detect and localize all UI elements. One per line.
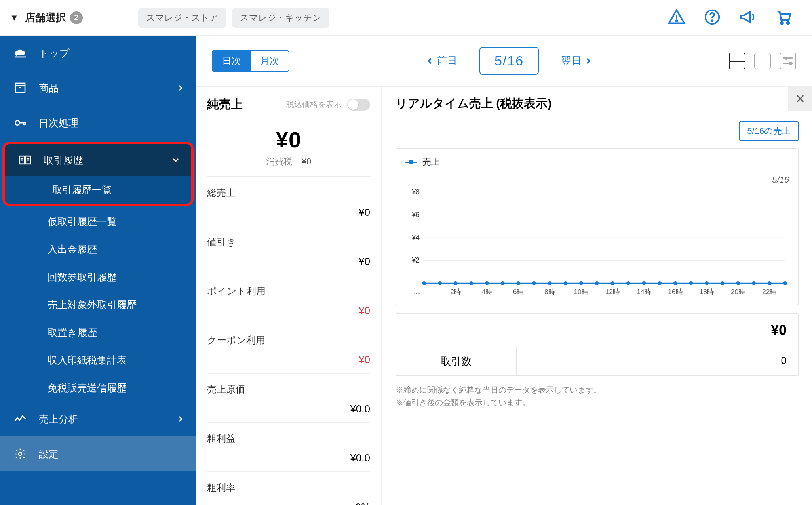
- sidebar-item-top[interactable]: トップ: [0, 36, 196, 71]
- sidebar-item-label: 商品: [39, 82, 59, 95]
- summary-row: 粗利率0%: [207, 472, 370, 505]
- note-line: ※締めに関係なく純粋な当日のデータを表示しています。: [396, 383, 799, 396]
- store-chip[interactable]: スマレジ・キッチン: [232, 8, 329, 28]
- tax-toggle[interactable]: [347, 99, 370, 111]
- period-segmented-control: 日次 月次: [212, 50, 289, 72]
- sidebar-subitem-temp-trans[interactable]: 仮取引履歴一覧: [0, 208, 196, 235]
- summary-panel: 純売上 税込価格を表示 ¥0 消費税 ¥0 総売上¥0値引き¥0ポイント利用¥0…: [196, 87, 382, 505]
- prev-day-button[interactable]: 前日: [426, 54, 457, 68]
- summary-row-value: ¥0.0: [207, 445, 370, 464]
- summary-row-label: 売上原価: [207, 383, 370, 396]
- store-select-label: 店舗選択: [25, 11, 66, 25]
- sidebar-subitem-cashflow[interactable]: 入出金履歴: [0, 235, 196, 263]
- sidebar-item-daily[interactable]: 日次処理: [0, 105, 196, 140]
- store-chip[interactable]: スマレジ・ストア: [138, 8, 226, 28]
- alert-icon[interactable]: [667, 8, 686, 28]
- sidebar-item-products[interactable]: 商品: [0, 71, 196, 105]
- svg-text:6時: 6時: [513, 288, 524, 296]
- chevron-right-icon: [177, 414, 184, 425]
- chevron-right-icon: [177, 82, 184, 94]
- period-bar: 日次 月次 前日 5/16 翌日: [196, 36, 812, 86]
- svg-point-38: [610, 281, 614, 285]
- sidebar-item-label: トップ: [39, 47, 70, 60]
- store-select-dropdown[interactable]: ▼ 店舗選択 2: [10, 11, 83, 25]
- svg-point-4: [781, 22, 783, 24]
- summary-row-value: ¥0.0: [207, 396, 370, 415]
- svg-point-40: [642, 281, 646, 285]
- svg-text:¥2: ¥2: [411, 256, 419, 264]
- svg-point-28: [454, 281, 458, 285]
- cloud-icon: [12, 48, 29, 58]
- box-icon: [12, 82, 29, 94]
- summary-row: 値引き¥0: [207, 226, 370, 275]
- main-content: 日次 月次 前日 5/16 翌日: [196, 36, 812, 505]
- chart-container: 売上 5/16 ¥2¥4¥6¥8…2時4時6時8時10時12時14時16時18時…: [396, 148, 799, 305]
- sidebar-subitem-label: 免税販売送信履歴: [48, 381, 127, 394]
- note-line: ※値引き後の金額を表示しています。: [396, 396, 799, 409]
- summary-row-value: ¥0: [207, 248, 370, 268]
- layout-vsplit-button[interactable]: [754, 53, 771, 69]
- chart-legend: 売上: [405, 156, 789, 172]
- sidebar-subitem-label: 入出金履歴: [48, 243, 97, 256]
- chart-date-label: 5/16: [405, 172, 789, 185]
- summary-row: 総売上¥0: [207, 177, 370, 226]
- sidebar-subitem-stamp-tax[interactable]: 収入印紙税集計表: [0, 346, 196, 374]
- svg-point-30: [485, 281, 489, 285]
- svg-point-29: [470, 281, 474, 285]
- sidebar-item-label: 設定: [39, 448, 59, 461]
- svg-point-46: [736, 281, 740, 285]
- sidebar-subitem-excluded-trans[interactable]: 売上対象外取引履歴: [0, 291, 196, 318]
- summary-row-label: 粗利益: [207, 432, 370, 445]
- sidebar-item-settings[interactable]: 設定: [0, 436, 196, 471]
- summary-row: ポイント利用¥0: [207, 275, 370, 324]
- sidebar-item-label: 売上分析: [39, 413, 78, 426]
- date-navigator: 前日 5/16 翌日: [426, 47, 592, 75]
- announce-icon[interactable]: [739, 8, 757, 28]
- sidebar-subitem-ticket-trans[interactable]: 回数券取引履歴: [0, 263, 196, 291]
- help-icon[interactable]: [703, 8, 721, 28]
- summary-row: 粗利益¥0.0: [207, 423, 370, 472]
- svg-point-42: [673, 281, 677, 285]
- summary-row-label: クーポン利用: [207, 334, 370, 347]
- svg-point-41: [658, 281, 662, 285]
- svg-point-44: [705, 281, 709, 285]
- top-bar: ▼ 店舗選択 2 スマレジ・ストア スマレジ・キッチン: [0, 0, 812, 36]
- layout-hsplit-button[interactable]: [729, 53, 745, 69]
- svg-point-3: [711, 20, 713, 21]
- caret-down-icon: ▼: [10, 13, 19, 23]
- summary-title: 純売上: [207, 96, 243, 112]
- svg-rect-8: [15, 83, 25, 85]
- date-sales-link[interactable]: 5/16の売上: [739, 121, 799, 141]
- period-daily-tab[interactable]: 日次: [213, 51, 251, 71]
- period-monthly-tab[interactable]: 月次: [251, 51, 289, 71]
- svg-text:…: …: [413, 288, 420, 296]
- chart-line-icon: [12, 414, 29, 424]
- svg-point-27: [438, 281, 442, 285]
- sidebar-subitem-trans-list[interactable]: 取引履歴一覧: [5, 176, 191, 204]
- cart-icon[interactable]: [774, 8, 793, 28]
- gear-icon: [12, 448, 29, 460]
- sidebar-subitem-dutyfree[interactable]: 免税販売送信履歴: [0, 374, 196, 402]
- date-display[interactable]: 5/16: [479, 47, 539, 75]
- net-sales-value: ¥0: [196, 117, 381, 156]
- sidebar-subitem-label: 取引履歴一覧: [52, 183, 112, 196]
- svg-point-34: [548, 281, 552, 285]
- svg-point-45: [721, 281, 725, 285]
- sidebar-subitem-layaway[interactable]: 取置き履歴: [0, 318, 196, 346]
- svg-point-17: [19, 452, 22, 455]
- summary-row-label: 総売上: [207, 187, 370, 199]
- sidebar-subitem-label: 回数券取引履歴: [48, 271, 117, 284]
- layout-settings-button[interactable]: [780, 53, 796, 69]
- svg-point-5: [787, 22, 789, 24]
- svg-text:18時: 18時: [700, 288, 714, 296]
- prev-day-label: 前日: [437, 54, 457, 68]
- summary-row: 売上原価¥0.0: [207, 374, 370, 423]
- sidebar-item-sales-analysis[interactable]: 売上分析: [0, 402, 196, 436]
- sidebar-subitem-label: 取置き履歴: [48, 326, 97, 339]
- sidebar-item-trans-history[interactable]: 取引履歴: [5, 144, 191, 176]
- close-button[interactable]: ✕: [788, 87, 812, 111]
- summary-row-value: ¥0: [207, 199, 370, 219]
- svg-text:8時: 8時: [544, 288, 555, 296]
- svg-text:¥8: ¥8: [411, 188, 420, 196]
- next-day-button[interactable]: 翌日: [561, 54, 592, 68]
